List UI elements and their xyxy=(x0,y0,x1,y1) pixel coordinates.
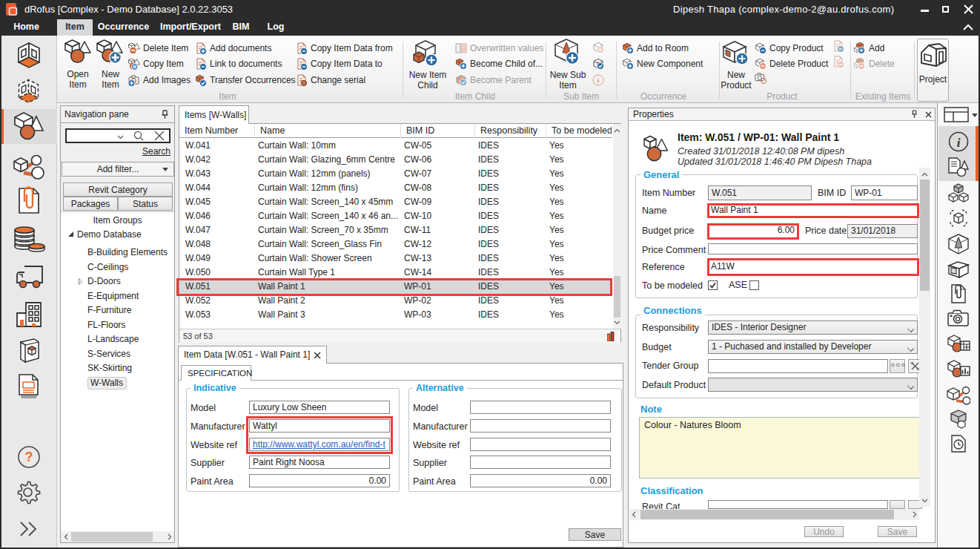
svg-text:i: i xyxy=(957,136,961,150)
svg-text:?: ? xyxy=(24,450,33,464)
